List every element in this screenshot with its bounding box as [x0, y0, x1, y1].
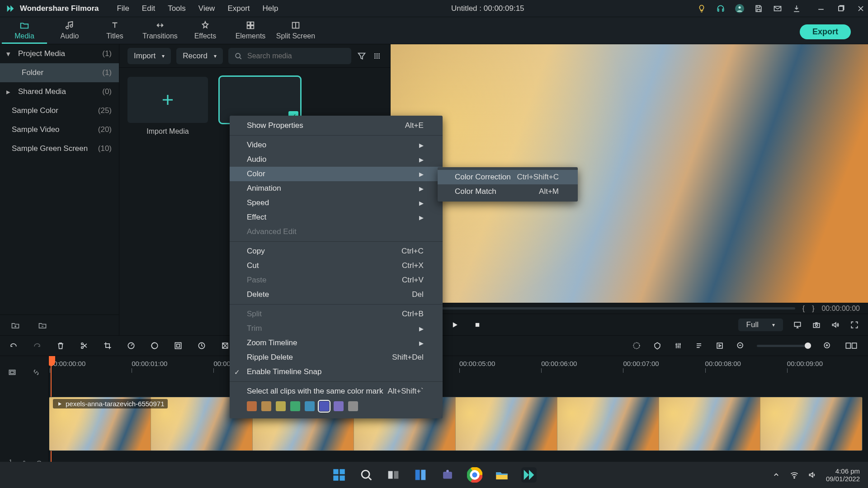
swatch[interactable]	[247, 401, 257, 411]
play-icon[interactable]	[450, 320, 459, 329]
marker-icon[interactable]	[653, 341, 662, 350]
greenscreen-icon[interactable]	[174, 341, 183, 350]
ctx-show-properties[interactable]: Show PropertiesAlt+E	[230, 118, 443, 133]
timeline-clip[interactable]: pexels-anna-tarazevich-6550971	[49, 397, 863, 451]
search-input[interactable]: Search media	[228, 48, 351, 64]
undo-icon[interactable]	[9, 341, 18, 350]
volume-icon[interactable]	[831, 320, 840, 329]
list-icon[interactable]	[694, 341, 703, 350]
swatch[interactable]	[290, 401, 300, 411]
menu-file[interactable]: File	[117, 4, 129, 13]
ctx-copy[interactable]: CopyCtrl+C	[230, 244, 443, 258]
mode-tab-audio[interactable]: Audio	[47, 18, 92, 44]
taskbar-search-icon[interactable]	[359, 467, 374, 483]
monitor-icon[interactable]	[793, 320, 802, 329]
ctx-color-match[interactable]: Color MatchAlt+M	[438, 184, 578, 199]
sidebar-item-sample-color[interactable]: Sample Color(25)	[0, 101, 119, 120]
ctx-audio[interactable]: Audio▶	[230, 152, 443, 167]
explorer-icon[interactable]	[494, 467, 509, 483]
sidebar-item-folder[interactable]: Folder(1)	[0, 63, 119, 82]
swatch[interactable]	[319, 401, 329, 411]
render-icon[interactable]	[715, 341, 724, 350]
download-icon[interactable]	[792, 4, 801, 13]
tray-chevron-icon[interactable]	[772, 470, 781, 479]
swatch[interactable]	[276, 401, 286, 411]
menu-tools[interactable]: Tools	[168, 4, 186, 13]
zoom-slider[interactable]	[757, 345, 811, 347]
swatch[interactable]	[348, 401, 358, 411]
lightbulb-icon[interactable]	[697, 4, 706, 13]
tray-volume-icon[interactable]	[808, 470, 817, 479]
headset-icon[interactable]	[716, 4, 725, 13]
ctx-select-all-clips-with-the-same-color-mark[interactable]: Select all clips with the same color mar…	[230, 384, 443, 399]
mixer-icon[interactable]	[632, 341, 641, 350]
mail-icon[interactable]	[773, 4, 782, 13]
chrome-icon[interactable]	[467, 467, 482, 483]
fullscreen-icon[interactable]	[850, 320, 859, 329]
maximize-icon[interactable]	[836, 4, 845, 13]
scrub-track[interactable]	[399, 307, 795, 310]
menu-edit[interactable]: Edit	[142, 4, 155, 13]
start-icon[interactable]	[331, 467, 347, 483]
timeline-canvas[interactable]: 00:00:00:0000:00:01:0000:00:02:0000:00:0…	[49, 356, 868, 474]
swatch[interactable]	[305, 401, 315, 411]
tray-clock[interactable]: 4:06 pm 09/01/2022	[826, 467, 860, 483]
zoom-in-icon[interactable]	[823, 341, 832, 350]
redo-icon[interactable]	[33, 341, 42, 350]
remove-folder-icon[interactable]	[38, 321, 47, 330]
export-button[interactable]: Export	[800, 24, 851, 39]
tl-link-icon[interactable]	[32, 368, 41, 377]
ctx-effect[interactable]: Effect▶	[230, 210, 443, 225]
ctx-video[interactable]: Video▶	[230, 138, 443, 152]
record-dropdown[interactable]: Record▾	[176, 48, 223, 64]
import-media-tile[interactable]: Import Media	[127, 77, 208, 136]
minimize-icon[interactable]	[816, 4, 826, 13]
filmora-taskbar-icon[interactable]	[521, 467, 537, 483]
new-folder-icon[interactable]	[11, 321, 20, 330]
crop-icon[interactable]	[103, 341, 112, 350]
sidebar-item-sample-green-screen[interactable]: Sample Green Screen(10)	[0, 139, 119, 158]
mode-tab-transitions[interactable]: Transitions	[137, 18, 183, 44]
sidebar-item-project-media[interactable]: ▾Project Media(1)	[0, 44, 119, 63]
zoom-out-icon[interactable]	[736, 341, 745, 350]
mode-tab-split-screen[interactable]: Split Screen	[273, 18, 318, 44]
mode-tab-effects[interactable]: Effects	[183, 18, 228, 44]
zoom-fit-icon[interactable]	[844, 341, 859, 350]
preview-quality-dropdown[interactable]: Full ▾	[738, 319, 783, 331]
stop-icon[interactable]	[473, 320, 482, 329]
grid-icon[interactable]	[372, 51, 382, 61]
ctx-delete[interactable]: DeleteDel	[230, 287, 443, 302]
context-menu[interactable]: Show PropertiesAlt+EVideo▶Audio▶Color▶An…	[230, 116, 443, 418]
context-submenu-color[interactable]: Color CorrectionCtrl+Shift+CColor MatchA…	[438, 167, 578, 202]
menu-view[interactable]: View	[198, 4, 215, 13]
teams-icon[interactable]	[440, 467, 455, 483]
mode-tab-elements[interactable]: Elements	[228, 18, 273, 44]
keyframe-icon[interactable]	[197, 341, 206, 350]
ctx-cut[interactable]: CutCtrl+X	[230, 258, 443, 273]
taskview-icon[interactable]	[386, 467, 401, 483]
preview-scrubber[interactable]: { } 00:00:00:00	[391, 303, 868, 314]
import-dropdown[interactable]: Import▾	[127, 48, 171, 64]
mode-tab-titles[interactable]: Titles	[92, 18, 137, 44]
close-icon[interactable]	[856, 4, 865, 13]
ctx-color-correction[interactable]: Color CorrectionCtrl+Shift+C	[438, 170, 578, 184]
snapshot-icon[interactable]	[812, 320, 821, 329]
menu-help[interactable]: Help	[263, 4, 278, 13]
ctx-animation[interactable]: Animation▶	[230, 181, 443, 196]
tl-add-track-icon[interactable]	[8, 368, 17, 377]
save-icon[interactable]	[754, 4, 763, 13]
wifi-icon[interactable]	[790, 470, 799, 479]
ctx-zoom-timeline[interactable]: Zoom Timeline▶	[230, 336, 443, 350]
filter-icon[interactable]	[357, 51, 367, 61]
sidebar-item-shared-media[interactable]: ▸Shared Media(0)	[0, 82, 119, 101]
color-icon[interactable]	[150, 341, 159, 350]
audio-mixer-icon[interactable]	[674, 341, 683, 350]
speed-icon[interactable]	[127, 341, 136, 350]
brace-open[interactable]: {	[802, 305, 805, 313]
mode-tab-media[interactable]: Media	[2, 18, 47, 44]
ctx-speed[interactable]: Speed▶	[230, 196, 443, 210]
account-icon[interactable]	[735, 4, 744, 13]
menu-export[interactable]: Export	[227, 4, 250, 13]
ctx-ripple-delete[interactable]: Ripple DeleteShift+Del	[230, 350, 443, 365]
swatch[interactable]	[261, 401, 271, 411]
